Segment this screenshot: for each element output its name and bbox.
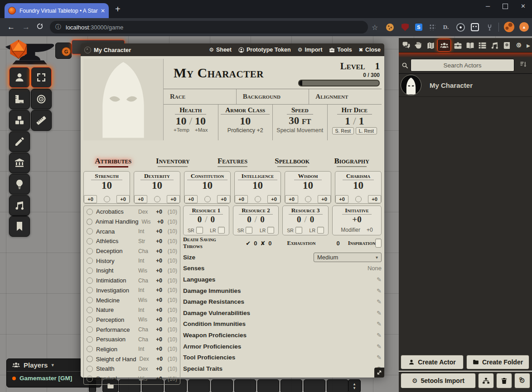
proficiency-radio[interactable] (355, 196, 362, 202)
special-movement-label[interactable]: Special Movement (273, 127, 327, 134)
sidebar-tab-settings[interactable]: ⚙⚙ (513, 40, 524, 51)
lr-checkbox[interactable] (267, 227, 274, 234)
tab-attributes[interactable]: Attributes (83, 157, 143, 169)
new-tab-button[interactable]: + (115, 5, 121, 14)
bookmark-star-icon[interactable]: ☆ (372, 23, 378, 32)
skill-row[interactable]: Perception Wis +0 (10) (87, 315, 177, 325)
skill-row[interactable]: Nature Int +0 (10) (87, 305, 177, 315)
tools-button[interactable]: Tools (329, 47, 352, 53)
skill-row[interactable]: Medicine Wis +0 (10) (87, 295, 177, 305)
create-actor-button[interactable]: Create Actor (401, 355, 464, 369)
reload-icon[interactable] (36, 23, 44, 32)
lr-checkbox[interactable] (317, 227, 324, 234)
ability-modifier[interactable]: +0 (335, 195, 348, 203)
resource-box[interactable]: Resource 3 0/0 SR LR (282, 206, 329, 235)
exhaustion-value[interactable]: 0 (336, 240, 339, 247)
resize-handle[interactable] (374, 368, 384, 378)
chevron-down-icon[interactable]: ▾ (51, 362, 54, 368)
hotbar-page-control[interactable]: ▴ ▾ (348, 379, 361, 392)
ability-save[interactable]: +0 (217, 195, 230, 203)
s-extension-icon[interactable]: S (414, 23, 423, 32)
skill-row[interactable]: Deception Cha +0 (10) (87, 246, 177, 256)
ability-modifier[interactable]: +0 (184, 195, 198, 203)
edit-icon[interactable]: ✎ (377, 310, 382, 316)
skill-row[interactable]: Athletics Str +0 (10) (87, 236, 177, 246)
site-info-icon[interactable]: ⓘ (55, 23, 61, 31)
skill-proficiency-radio[interactable] (87, 209, 93, 215)
skill-row[interactable]: Religion Int +0 (10) (87, 344, 177, 354)
edit-icon[interactable]: ✎ (377, 298, 382, 305)
ability-save[interactable]: +0 (368, 195, 381, 203)
tab-spellbook[interactable]: Spellbook (262, 157, 322, 169)
sidebar-tab-tables[interactable] (477, 40, 488, 51)
actor-avatar[interactable] (401, 75, 421, 96)
inspiration-checkbox[interactable] (375, 239, 382, 248)
tab-close-icon[interactable]: ✕ (101, 8, 105, 14)
lr-checkbox[interactable] (218, 227, 225, 234)
sheet-config-button[interactable]: ⚙Sheet (209, 47, 232, 53)
skill-proficiency-radio[interactable] (87, 376, 93, 382)
edit-icon[interactable]: ✎ (377, 343, 382, 350)
back-icon[interactable]: ← (7, 23, 15, 32)
ability-box[interactable]: Wisdom 10 +0 +0 (285, 171, 331, 204)
death-success-count[interactable]: 0 (254, 240, 257, 247)
sidebar-tab-playlists[interactable] (489, 40, 500, 51)
skill-row[interactable]: History Int +0 (10) (87, 256, 177, 266)
close-icon[interactable]: ✕ (521, 3, 526, 10)
ability-box[interactable]: Charisma 10 +0 +0 (335, 171, 382, 204)
ability-box[interactable]: Dexterity 10 +0 +0 (134, 171, 180, 204)
armor-class-stat[interactable]: Armor Class 10 Proficiency +2 (218, 105, 273, 140)
initiative-box[interactable]: Initiative +0 Modifier+0 (332, 206, 382, 235)
search-input[interactable] (411, 59, 514, 72)
skill-row[interactable]: Survival Wis +0 (10) (87, 374, 177, 384)
skill-proficiency-radio[interactable] (87, 287, 93, 293)
sidebar-tab-journal[interactable] (464, 40, 475, 51)
sidebar-tab-combat[interactable] (413, 40, 424, 51)
skill-proficiency-radio[interactable] (87, 277, 93, 284)
measure-distance-tool[interactable] (31, 110, 52, 131)
select-tokens-tool[interactable] (31, 67, 52, 88)
hp-tempmax-label[interactable]: +Max (195, 127, 208, 133)
ability-save[interactable]: +0 (116, 195, 130, 203)
notes-controls-button[interactable] (9, 216, 30, 237)
measure-controls-button[interactable] (9, 89, 30, 110)
lens-extension-icon[interactable] (456, 23, 465, 32)
ability-modifier[interactable]: +0 (285, 195, 298, 203)
minimize-icon[interactable]: ─ (486, 3, 490, 10)
resource-box[interactable]: Resource 1 0/0 SR LR (183, 206, 229, 235)
forward-icon[interactable]: → (22, 23, 30, 32)
skill-proficiency-radio[interactable] (87, 356, 93, 362)
proficiency-radio[interactable] (154, 196, 160, 202)
foundry-logo[interactable] (3, 39, 55, 68)
skill-row[interactable]: Stealth Dex +0 (10) (87, 364, 177, 374)
ability-save[interactable]: +0 (167, 195, 180, 203)
detail-field[interactable]: Race (164, 89, 236, 104)
health-stat[interactable]: Health 10/10 +Temp+Max (164, 105, 218, 140)
size-select[interactable]: Medium▾ (314, 253, 382, 262)
skill-proficiency-radio[interactable] (87, 248, 93, 254)
container-extension-icon[interactable] (470, 23, 479, 32)
edit-icon[interactable]: ✎ (377, 276, 382, 283)
maximize-icon[interactable] (503, 4, 508, 9)
address-bar[interactable]: ⓘ localhost:30000/game (50, 21, 368, 33)
skill-proficiency-radio[interactable] (87, 307, 93, 313)
browser-avatar[interactable] (504, 22, 514, 32)
ability-box[interactable]: Intelligence 10 +0 +0 (234, 171, 281, 204)
death-failure-icon[interactable]: ✘ (260, 240, 265, 247)
edit-icon[interactable]: ✎ (377, 354, 382, 361)
actor-list-item[interactable]: My Character (399, 74, 532, 97)
macro-slot[interactable] (304, 379, 325, 392)
skill-proficiency-radio[interactable] (87, 268, 93, 274)
sidebar-tab-chat[interactable] (401, 40, 411, 51)
hp-max[interactable]: 10 (195, 115, 206, 127)
close-window-button[interactable]: ✖Close (359, 47, 381, 53)
macro-slot[interactable] (281, 379, 302, 392)
proficiency-radio[interactable] (104, 196, 110, 202)
skill-row[interactable]: Animal Handling Wis +0 (10) (87, 217, 177, 227)
sitemap-button[interactable] (478, 373, 494, 388)
skill-proficiency-radio[interactable] (87, 228, 93, 234)
short-rest-button[interactable]: S. Rest (332, 127, 354, 134)
long-rest-button[interactable]: L. Rest (356, 127, 377, 134)
skill-row[interactable]: Performance Cha +0 (10) (87, 325, 177, 335)
skill-proficiency-radio[interactable] (87, 238, 93, 244)
